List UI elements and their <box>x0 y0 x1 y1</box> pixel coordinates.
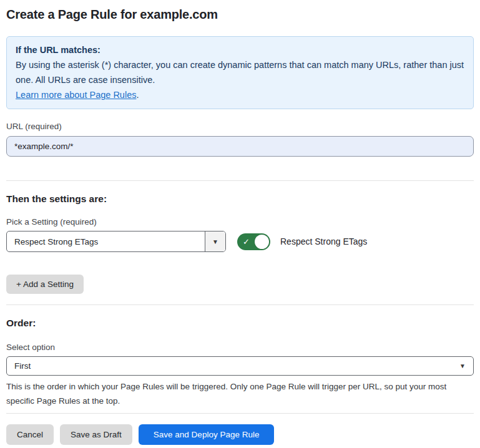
setting-row: Respect Strong ETags ▼ ✓ Respect Strong … <box>6 231 474 252</box>
footer-divider <box>6 413 474 414</box>
info-box-heading: If the URL matches: <box>16 42 464 57</box>
save-deploy-button[interactable]: Save and Deploy Page Rule <box>139 424 275 445</box>
url-input[interactable] <box>6 136 474 157</box>
add-setting-button[interactable]: + Add a Setting <box>6 275 84 294</box>
url-field-label: URL (required) <box>6 122 474 131</box>
chevron-down-icon: ▼ <box>459 363 466 369</box>
learn-more-link[interactable]: Learn more about Page Rules <box>16 90 136 100</box>
section-divider <box>6 180 474 181</box>
section-divider <box>6 304 474 305</box>
setting-select-arrow-segment[interactable]: ▼ <box>205 231 225 251</box>
setting-select-value: Respect Strong ETags <box>7 231 205 251</box>
setting-select[interactable]: Respect Strong ETags ▼ <box>6 231 226 252</box>
info-box-body: By using the asterisk (*) character, you… <box>16 57 464 87</box>
toggle-label: Respect Strong ETags <box>280 236 367 246</box>
toggle-knob <box>255 235 269 249</box>
order-select-value: First <box>14 361 31 371</box>
link-suffix: . <box>136 90 139 100</box>
order-select-label: Select option <box>6 343 474 352</box>
cancel-button[interactable]: Cancel <box>6 424 54 445</box>
page-title: Create a Page Rule for example.com <box>6 7 474 22</box>
etags-toggle[interactable]: ✓ <box>237 233 270 250</box>
check-icon: ✓ <box>243 238 250 246</box>
page-rule-form: Create a Page Rule for example.com If th… <box>0 7 480 445</box>
settings-section-heading: Then the settings are: <box>6 193 474 205</box>
save-draft-button[interactable]: Save as Draft <box>60 424 132 445</box>
order-select[interactable]: First ▼ <box>6 356 474 376</box>
order-help-text: This is the order in which your Page Rul… <box>6 379 474 408</box>
chevron-down-icon: ▼ <box>212 238 218 245</box>
footer-actions: Cancel Save as Draft Save and Deploy Pag… <box>6 424 474 445</box>
order-section-heading: Order: <box>6 318 474 329</box>
setting-picker-label: Pick a Setting (required) <box>6 217 474 226</box>
url-matches-info-box: If the URL matches: By using the asteris… <box>6 36 474 109</box>
info-box-link-line: Learn more about Page Rules. <box>16 87 464 102</box>
